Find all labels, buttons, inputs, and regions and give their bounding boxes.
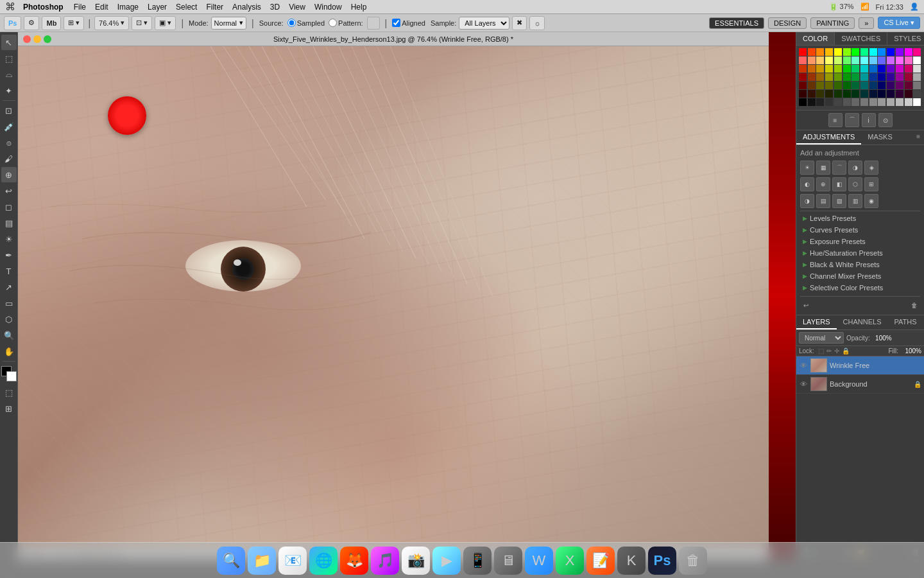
canvas-content[interactable] bbox=[18, 46, 769, 548]
color-swatch-95[interactable] bbox=[896, 98, 903, 106]
dock-excel[interactable]: X bbox=[556, 547, 584, 575]
color-swatch-75[interactable] bbox=[843, 90, 851, 98]
navigator-icon[interactable]: ⊙ bbox=[878, 113, 893, 127]
preset-exposure[interactable]: ▶ Exposure Presets bbox=[800, 236, 920, 247]
dock-photos[interactable]: 📸 bbox=[402, 547, 430, 575]
dock-mail[interactable]: 📧 bbox=[278, 547, 307, 575]
color-swatch-25[interactable] bbox=[896, 57, 903, 64]
magic-wand-tool[interactable]: ✦ bbox=[1, 83, 17, 98]
vibrance-icon[interactable]: ◈ bbox=[864, 161, 878, 175]
color-swatch-29[interactable] bbox=[808, 65, 816, 73]
pattern-radio[interactable]: Pattern: bbox=[329, 19, 363, 27]
color-swatch-7[interactable] bbox=[860, 48, 868, 56]
color-swatch-15[interactable] bbox=[808, 57, 816, 64]
fg-bg-colors[interactable] bbox=[1, 366, 17, 381]
sampled-radio[interactable]: Sampled bbox=[287, 19, 325, 27]
color-swatch-52[interactable] bbox=[887, 73, 894, 81]
color-swatch-70[interactable] bbox=[799, 90, 807, 98]
color-swatch-48[interactable] bbox=[851, 73, 859, 81]
visibility-background[interactable]: 👁 bbox=[799, 380, 808, 389]
crop-tool[interactable]: ⊡ bbox=[1, 103, 17, 118]
tab-paths[interactable]: PATHS bbox=[888, 315, 923, 329]
preset-curves[interactable]: ▶ Curves Presets bbox=[800, 224, 920, 236]
move-tool[interactable]: ↖ bbox=[1, 35, 17, 50]
color-swatch-41[interactable] bbox=[913, 65, 921, 73]
tab-color[interactable]: COLOR bbox=[796, 32, 835, 45]
levels-icon[interactable]: ▦ bbox=[816, 161, 830, 175]
dock-word[interactable]: W bbox=[525, 547, 553, 575]
color-swatch-6[interactable] bbox=[851, 48, 859, 56]
marquee-tool[interactable]: ⬚ bbox=[1, 51, 17, 66]
tab-channels[interactable]: CHANNELS bbox=[837, 315, 888, 329]
menu-help[interactable]: Help bbox=[351, 3, 367, 12]
color-swatch-11[interactable] bbox=[896, 48, 903, 56]
pattern-swatch[interactable] bbox=[367, 17, 380, 30]
color-swatch-36[interactable] bbox=[869, 65, 877, 73]
menu-select[interactable]: Select bbox=[176, 3, 197, 12]
color-swatch-43[interactable] bbox=[808, 73, 816, 81]
color-swatch-13[interactable] bbox=[913, 48, 921, 56]
color-swatch-35[interactable] bbox=[860, 65, 868, 73]
zoom-tool[interactable]: 🔍 bbox=[1, 328, 17, 343]
color-swatch-54[interactable] bbox=[905, 73, 912, 81]
color-swatch-4[interactable] bbox=[834, 48, 842, 56]
color-swatch-91[interactable] bbox=[860, 98, 868, 106]
color-swatch-58[interactable] bbox=[816, 82, 824, 89]
color-swatch-85[interactable] bbox=[808, 98, 816, 106]
gradientmap-icon[interactable]: ▥ bbox=[848, 194, 862, 208]
color-swatch-60[interactable] bbox=[834, 82, 842, 89]
color-swatch-56[interactable] bbox=[799, 82, 807, 89]
healing-tool[interactable]: ⌾ bbox=[1, 135, 17, 150]
color-swatch-24[interactable] bbox=[887, 57, 894, 64]
more-btn[interactable]: » bbox=[859, 17, 874, 29]
color-swatch-73[interactable] bbox=[825, 90, 833, 98]
histogram-icon[interactable]: ≡ bbox=[828, 113, 843, 127]
adj-delete-btn[interactable]: 🗑 bbox=[909, 299, 920, 311]
color-swatch-61[interactable] bbox=[843, 82, 851, 89]
posterize-icon[interactable]: ▤ bbox=[816, 194, 830, 208]
menu-analysis[interactable]: Analysis bbox=[232, 3, 261, 12]
menu-3d[interactable]: 3D bbox=[270, 3, 280, 12]
screen-mode[interactable]: ⊞ bbox=[1, 401, 17, 416]
lock-transparent[interactable]: ⬚ bbox=[818, 347, 824, 355]
color-swatch-34[interactable] bbox=[851, 65, 859, 73]
sample-icon-btn[interactable]: ✖ bbox=[512, 16, 527, 30]
color-swatch-32[interactable] bbox=[834, 65, 842, 73]
curves-icon2[interactable]: ⌒ bbox=[832, 161, 846, 175]
path-selection[interactable]: ↗ bbox=[1, 279, 17, 295]
view-btn[interactable]: ⊡ ▾ bbox=[132, 16, 152, 30]
mode-dropdown[interactable]: Normal ▾ bbox=[211, 17, 246, 30]
dock-folder[interactable]: 📁 bbox=[248, 547, 276, 575]
color-swatch-23[interactable] bbox=[878, 57, 886, 64]
color-swatch-90[interactable] bbox=[851, 98, 859, 106]
type-tool[interactable]: T bbox=[1, 263, 17, 279]
zoom-display[interactable]: 76.4% ▾ bbox=[94, 16, 129, 30]
color-swatch-0[interactable] bbox=[799, 48, 807, 56]
color-swatch-12[interactable] bbox=[905, 48, 912, 56]
color-swatch-74[interactable] bbox=[834, 90, 842, 98]
color-swatch-28[interactable] bbox=[799, 65, 807, 73]
info-icon[interactable]: i bbox=[862, 113, 876, 127]
color-swatch-62[interactable] bbox=[851, 82, 859, 89]
layer-wrinklefree[interactable]: 👁 Wrinkle Free bbox=[796, 356, 924, 375]
color-swatch-88[interactable] bbox=[834, 98, 842, 106]
color-swatch-83[interactable] bbox=[913, 90, 921, 98]
history-brush[interactable]: ↩ bbox=[1, 183, 17, 198]
preset-levels[interactable]: ▶ Levels Presets bbox=[800, 213, 920, 224]
color-swatch-76[interactable] bbox=[851, 90, 859, 98]
aligned-check[interactable]: Aligned bbox=[392, 19, 425, 27]
cs-live-btn[interactable]: CS Live ▾ bbox=[878, 17, 920, 29]
hand-tool[interactable]: ✋ bbox=[1, 344, 17, 359]
color-swatch-81[interactable] bbox=[896, 90, 903, 98]
menu-layer[interactable]: Layer bbox=[148, 3, 167, 12]
color-swatch-46[interactable] bbox=[834, 73, 842, 81]
tab-adjustments[interactable]: ADJUSTMENTS bbox=[796, 130, 861, 144]
menu-image[interactable]: Image bbox=[117, 3, 139, 12]
color-swatch-89[interactable] bbox=[843, 98, 851, 106]
color-swatch-30[interactable] bbox=[816, 65, 824, 73]
color-swatch-72[interactable] bbox=[816, 90, 824, 98]
dock-iphone[interactable]: 📱 bbox=[463, 547, 492, 575]
adj-panel-expand[interactable]: ≡ bbox=[912, 130, 924, 144]
color-swatch-14[interactable] bbox=[799, 57, 807, 64]
color-swatch-50[interactable] bbox=[869, 73, 877, 81]
